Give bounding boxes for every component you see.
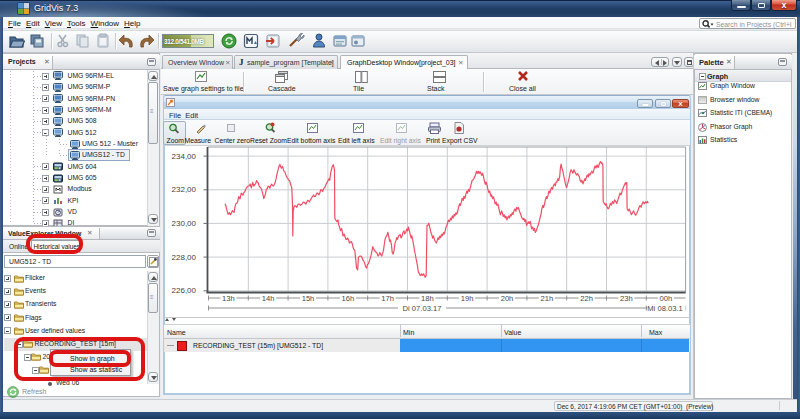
svg-text:19h: 19h bbox=[461, 294, 474, 303]
svg-text:00h: 00h bbox=[660, 294, 673, 303]
svg-text:Mi 08.03.1: Mi 08.03.1 bbox=[647, 304, 682, 313]
svg-text:234,00: 234,00 bbox=[172, 152, 197, 161]
svg-text:18h: 18h bbox=[421, 294, 434, 303]
svg-text:21h: 21h bbox=[540, 294, 553, 303]
svg-text:23h: 23h bbox=[620, 294, 633, 303]
svg-text:15h: 15h bbox=[302, 294, 315, 303]
svg-text:17h: 17h bbox=[381, 294, 394, 303]
svg-text:232,00: 232,00 bbox=[172, 185, 197, 194]
svg-text:226,00: 226,00 bbox=[172, 286, 197, 295]
svg-text:13h: 13h bbox=[222, 294, 235, 303]
svg-text:Di 07.03.17: Di 07.03.17 bbox=[403, 304, 442, 313]
svg-text:230,00: 230,00 bbox=[172, 219, 197, 228]
svg-text:16h: 16h bbox=[341, 294, 354, 303]
svg-text:228,00: 228,00 bbox=[172, 253, 197, 262]
svg-text:20h: 20h bbox=[501, 294, 514, 303]
svg-text:14h: 14h bbox=[262, 294, 275, 303]
svg-text:22h: 22h bbox=[580, 294, 593, 303]
